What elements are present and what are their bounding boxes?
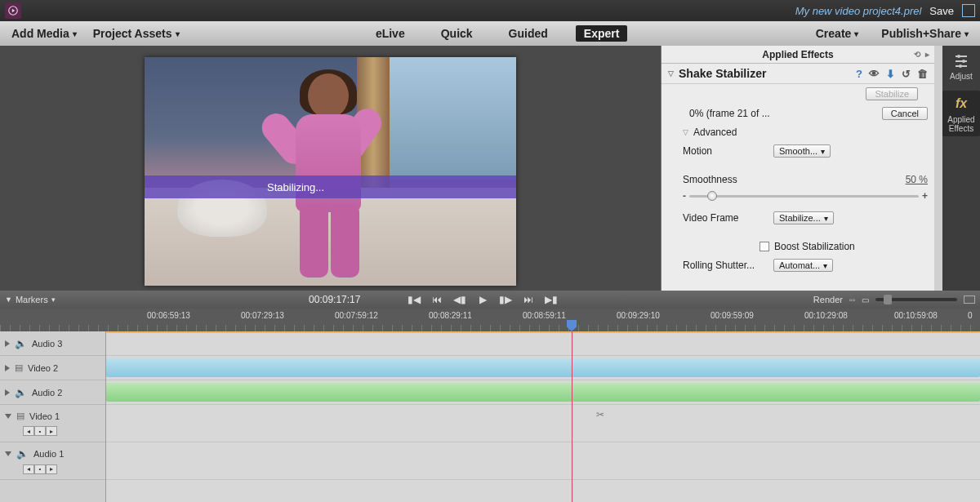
tracks-area[interactable]: ✂ xyxy=(106,331,980,502)
publish-share-menu[interactable]: Publish+Share▾ xyxy=(873,21,977,46)
prev-button[interactable]: ⏮ xyxy=(429,294,445,305)
cancel-button[interactable]: Cancel xyxy=(882,107,928,120)
markers-menu[interactable]: ▼Markers▾ xyxy=(5,295,56,304)
frame-display-next[interactable]: ▸ xyxy=(46,426,57,436)
shake-stabilizer-label: Shake Stabilizer xyxy=(679,67,766,80)
clip-audio2[interactable] xyxy=(106,383,980,402)
go-start-button[interactable]: ▮◀ xyxy=(406,294,422,305)
track-header-audio3[interactable]: 🔈Audio 3 xyxy=(0,331,105,356)
wave-display-next[interactable]: ▸ xyxy=(46,464,57,474)
go-end-button[interactable]: ▶▮ xyxy=(543,294,559,305)
zoom-fit-icon[interactable] xyxy=(964,295,975,304)
track-audio1[interactable] xyxy=(106,442,980,480)
speaker-icon[interactable]: 🔈 xyxy=(16,448,29,460)
track-header-audio2[interactable]: 🔈Audio 2 xyxy=(0,380,105,405)
frame-display-prev[interactable]: ◂ xyxy=(23,426,34,436)
next-button[interactable]: ⏭ xyxy=(520,294,537,305)
step-fwd-button[interactable]: ▮▶ xyxy=(497,294,514,305)
render-button[interactable]: Render xyxy=(813,295,843,304)
frame-display-mode[interactable]: • xyxy=(34,426,46,436)
clip-video2[interactable] xyxy=(106,358,980,377)
stabilize-button[interactable]: Stabilize xyxy=(866,87,918,100)
safe-margins-icon[interactable]: ▭ xyxy=(862,295,869,304)
track-label: Audio 3 xyxy=(32,339,62,349)
filmstrip-icon[interactable]: ▤ xyxy=(16,411,24,421)
speaker-icon[interactable]: 🔈 xyxy=(15,338,27,349)
play-button[interactable]: ▶ xyxy=(474,294,491,305)
work-area-bar[interactable] xyxy=(106,331,980,333)
project-name: My new video project4.prel xyxy=(795,5,922,17)
help-icon[interactable]: ? xyxy=(856,68,862,80)
expand-icon[interactable] xyxy=(5,340,10,347)
motion-label: Motion xyxy=(683,145,768,157)
track-audio2[interactable] xyxy=(106,380,980,405)
project-assets-label: Project Assets xyxy=(93,27,172,40)
wave-display-mode[interactable]: • xyxy=(34,464,46,474)
svg-point-3 xyxy=(957,55,960,58)
adjust-label: Adjust xyxy=(950,72,973,81)
adjust-tab[interactable]: Adjust xyxy=(950,51,973,81)
effects-scrollbar[interactable] xyxy=(934,46,942,291)
smoothness-slider[interactable]: - + xyxy=(662,189,934,208)
video-frame-dropdown[interactable]: Stabilize...▾ xyxy=(773,211,834,224)
tab-elive[interactable]: eLive xyxy=(368,25,413,42)
create-menu[interactable]: Create▾ xyxy=(808,21,867,46)
panel-icon-2[interactable]: ▸ xyxy=(925,50,929,59)
timeline-ruler[interactable]: 00:06:59:13 00:07:29:13 00:07:59:12 00:0… xyxy=(0,309,980,331)
track-video1[interactable]: ✂ xyxy=(106,405,980,442)
wave-display-prev[interactable]: ◂ xyxy=(23,464,34,474)
video-frame-label: Video Frame xyxy=(683,212,768,224)
track-header-video1[interactable]: ▤Video 1 ◂•▸ xyxy=(0,405,105,442)
applied-effects-title: Applied Effects ⟲▸ xyxy=(662,46,934,64)
track-audio3[interactable] xyxy=(106,331,980,356)
speaker-icon[interactable]: 🔈 xyxy=(15,387,27,398)
smoothness-value[interactable]: 50 % xyxy=(906,174,928,185)
current-timecode[interactable]: 00:09:17:17 xyxy=(309,294,360,305)
plus-icon[interactable]: + xyxy=(922,190,928,202)
fit-icon[interactable]: ▫▫ xyxy=(849,295,855,304)
rolling-shutter-dropdown[interactable]: Automat...▾ xyxy=(773,259,833,272)
tab-quick[interactable]: Quick xyxy=(433,25,481,42)
motion-dropdown[interactable]: Smooth...▾ xyxy=(773,144,831,158)
zoom-slider[interactable] xyxy=(875,298,957,301)
track-header-audio1[interactable]: 🔈Audio 1 ◂•▸ xyxy=(0,442,105,480)
fullscreen-icon[interactable] xyxy=(962,4,975,17)
ruler-tc: 00:08:59:11 xyxy=(523,311,566,320)
rolling-shutter-label: Rolling Shutter... xyxy=(683,260,768,271)
add-media-menu[interactable]: Add Media▾ xyxy=(3,21,85,46)
tab-guided[interactable]: Guided xyxy=(501,25,556,42)
delete-icon[interactable]: 🗑 xyxy=(917,68,928,80)
tab-expert[interactable]: Expert xyxy=(576,25,628,42)
stabilize-progress: 0% (frame 21 of ... xyxy=(668,108,770,119)
track-label: Audio 1 xyxy=(33,449,64,459)
eye-icon[interactable]: 👁 xyxy=(869,68,880,80)
preview-monitor[interactable]: Stabilizing... xyxy=(145,57,516,286)
minus-icon[interactable]: - xyxy=(683,190,686,202)
track-video2[interactable] xyxy=(106,356,980,380)
transport-bar: ▼Markers▾ 00:09:17:17 ▮◀ ⏮ ◀▮ ▶ ▮▶ ⏭ ▶▮ … xyxy=(0,291,980,309)
save-button[interactable]: Save xyxy=(929,5,954,17)
ruler-tc: 00:10:59:08 xyxy=(894,311,938,320)
boost-checkbox[interactable] xyxy=(760,242,769,251)
expand-icon[interactable] xyxy=(5,389,10,396)
track-label: Video 2 xyxy=(28,363,58,373)
applied-effects-tab[interactable]: fx Applied Effects xyxy=(942,91,980,136)
project-assets-menu[interactable]: Project Assets▾ xyxy=(85,21,188,46)
collapse-icon[interactable] xyxy=(5,414,11,419)
applied-effects-panel: Applied Effects ⟲▸ ▽ Shake Stabilizer ? … xyxy=(661,46,934,291)
svg-point-5 xyxy=(962,60,965,63)
collapse-icon[interactable] xyxy=(5,451,11,456)
cut-mark-icon[interactable]: ✂ xyxy=(596,409,604,420)
svg-point-7 xyxy=(959,64,962,68)
playhead-line[interactable] xyxy=(572,331,572,502)
panel-icon-1[interactable]: ⟲ xyxy=(914,50,920,59)
advanced-toggle[interactable]: ▽ Advanced xyxy=(662,123,934,141)
expand-icon[interactable] xyxy=(5,365,10,371)
step-back-button[interactable]: ◀▮ xyxy=(452,294,468,305)
link-icon[interactable]: ⬇ xyxy=(886,68,895,80)
filmstrip-icon[interactable]: ▤ xyxy=(15,362,23,373)
effect-shake-stabilizer[interactable]: ▽ Shake Stabilizer ? 👁 ⬇ ↺ 🗑 xyxy=(662,64,934,84)
ruler-tc: 00:07:29:13 xyxy=(241,311,284,320)
track-header-video2[interactable]: ▤Video 2 xyxy=(0,356,105,380)
reset-icon[interactable]: ↺ xyxy=(902,68,911,80)
